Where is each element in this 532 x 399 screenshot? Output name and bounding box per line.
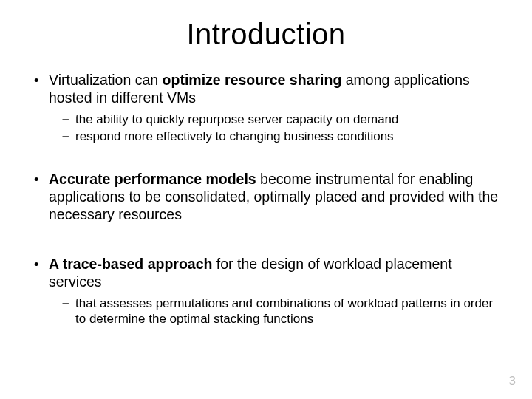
bullet3-bold: A trace-based approach xyxy=(49,256,216,272)
slide: Introduction Virtualization can optimize… xyxy=(0,0,532,399)
sub-item-1a: the ability to quickly repurpose server … xyxy=(62,112,499,127)
bullet-list: Virtualization can optimize resource sha… xyxy=(33,72,499,327)
slide-title: Introduction xyxy=(33,18,499,51)
bullet-item-1: Virtualization can optimize resource sha… xyxy=(33,72,499,144)
bullet-item-2: Accurate performance models become instr… xyxy=(33,171,499,223)
sub-list-3: that assesses permutations and combinati… xyxy=(62,296,499,327)
sub-item-1b: respond more effectively to changing bus… xyxy=(62,129,499,144)
bullet2-bold: Accurate performance models xyxy=(49,171,256,187)
slide-content: Virtualization can optimize resource sha… xyxy=(33,72,499,327)
sub-list-1: the ability to quickly repurpose server … xyxy=(62,112,499,145)
bullet1-pre: Virtualization can xyxy=(49,72,163,88)
bullet1-bold: optimize resource sharing xyxy=(163,72,346,88)
sub-item-3a: that assesses permutations and combinati… xyxy=(62,296,499,327)
bullet-item-3: A trace-based approach for the design of… xyxy=(33,256,499,327)
page-number: 3 xyxy=(509,374,516,389)
